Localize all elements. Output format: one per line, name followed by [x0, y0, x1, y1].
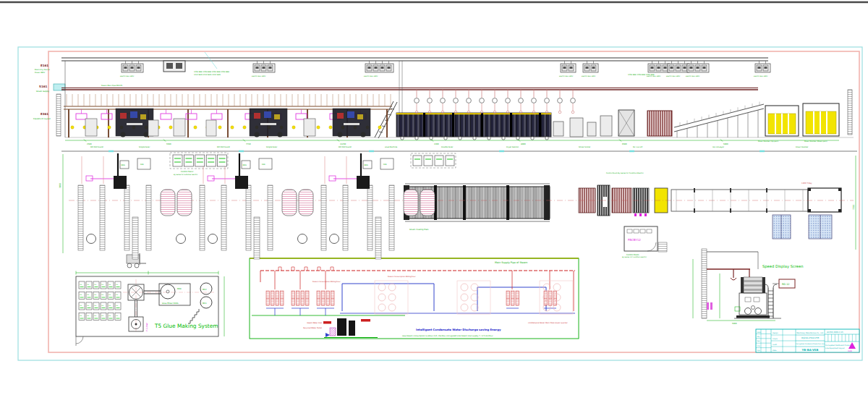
drawing-shape: [375, 281, 408, 314]
drawing-shape: [140, 114, 146, 119]
drawing-shape: [357, 114, 363, 119]
drawing-shape: [367, 185, 373, 250]
tb-desc-1: Corrugated Cardboard Production: [825, 344, 854, 347]
wall-column-right: [848, 90, 852, 135]
drawing-shape: [124, 67, 127, 69]
tb-mid-row: Check: [773, 338, 778, 340]
glue-tank-cell: GL: [108, 292, 114, 300]
steam-drop: [506, 90, 511, 114]
drawing-shape: [130, 111, 137, 118]
drawing-shape: [570, 67, 573, 69]
drawing-shape: [184, 155, 193, 166]
consumption-left: Steam Consumption 800kg/hour: [312, 281, 341, 283]
drawing-shape: [263, 67, 265, 69]
drawing-shape: [592, 67, 595, 69]
tb-left-row: Chk: [757, 345, 761, 347]
dryer-wheel: [488, 137, 490, 140]
electric-box-label: Electric Box 380V: [559, 75, 574, 77]
logo-text: XHW: [848, 350, 853, 352]
cad-drawing: E161 Electricity Source Power 380V S161 …: [0, 0, 868, 403]
yellow-marker: [108, 126, 111, 129]
drawing-shape: [674, 109, 764, 132]
drawing-shape: [553, 284, 561, 291]
single-facer-machine: [116, 109, 153, 137]
drawing-shape: [375, 67, 378, 69]
dryer-wheel: [415, 137, 418, 140]
drawing-shape: [264, 111, 271, 118]
drawing-shape: [317, 291, 320, 305]
tb-company: Machinery Manufacture Co., Ltd.: [796, 332, 824, 334]
tb-desc-2: Line Equipment Layout: [825, 347, 845, 349]
drawing-shape: [268, 185, 273, 250]
electric-box-label: Electric Box 380V: [754, 75, 768, 77]
drawing-shape: [246, 185, 251, 250]
drawing-shape: [765, 67, 767, 69]
section-name: Mill Roll Stand: [90, 146, 103, 148]
drawing-shape: [446, 156, 454, 166]
drawing-shape: [378, 284, 386, 291]
tank2-label: MC1: [203, 302, 207, 305]
dim-text: 7730: [246, 143, 251, 145]
drawing-shape: [254, 217, 260, 259]
drawing-shape: [255, 132, 260, 137]
steam-drop: [441, 90, 446, 114]
drawing-shape: [101, 114, 112, 119]
glue-pan: [161, 109, 171, 119]
drawing-shape: [381, 67, 384, 69]
section-name: Mill Roll Stand: [339, 146, 352, 148]
cyan-dash: [499, 150, 504, 153]
cutoff-machine: [647, 111, 672, 136]
section-name: Dryer Section: [506, 146, 519, 148]
drawing-shape: [404, 190, 418, 216]
exit-conveyor-plan: [671, 188, 841, 212]
faint-machine-outline: [457, 281, 490, 314]
drawing-shape: [461, 294, 468, 301]
steam-label: Steam Supply: [36, 90, 50, 93]
dryer-wheel: [444, 137, 447, 140]
drawing-shape: [208, 176, 214, 181]
hanging-electric-box: Electric Box 380V: [120, 61, 143, 77]
spare-box: [435, 156, 443, 166]
cyan-dash: [760, 150, 765, 153]
drawing-shape: [137, 67, 140, 69]
drawing-shape: [571, 98, 576, 103]
bridge-stair: [375, 101, 397, 138]
drawing-shape: [347, 111, 354, 118]
tb-model: WJ200-2500-V5B: [801, 336, 819, 339]
piping-title: Intelligent Condensate Water Discharge s…: [416, 328, 501, 331]
drawing-shape: [221, 185, 226, 250]
spare-box: [446, 156, 454, 166]
drawing-shape: [131, 67, 134, 69]
piping-footnote: Less Steam Consumption is about 2t/h, th…: [402, 335, 493, 337]
tb-mid-row: Date: [773, 349, 777, 352]
single-facer-machine: [250, 109, 287, 137]
cyan-dash: [369, 150, 374, 153]
drawing-shape: [195, 155, 205, 166]
electric-box-label: Electric Box 380V: [120, 75, 135, 77]
panel-box: [218, 155, 227, 166]
steam-code: S161: [39, 85, 47, 88]
condensate-riser-1: [342, 284, 434, 311]
drawing-shape: [271, 291, 275, 305]
plan-right-dim-text: 7250: [852, 205, 855, 210]
heating-coil-bank: [506, 271, 519, 308]
drawing-shape: [516, 291, 519, 305]
section-name: Single Facer: [139, 146, 150, 148]
glue-tank-cell: GL: [79, 313, 85, 321]
drawing-shape: [278, 132, 283, 137]
drawing-shape: [218, 155, 227, 166]
drawing-shape: [766, 208, 767, 213]
drawing-shape: [301, 291, 305, 305]
consumption-right: Steam Consumption 800kg/hour: [388, 276, 416, 278]
drawing-shape: [467, 98, 472, 103]
steam-note: Steam Main Pipe DN125: [101, 85, 122, 87]
glue-tank-cell: GL: [108, 313, 114, 321]
drawing-shape: [671, 67, 673, 69]
side-view-section: Speed Display Screen RD-12: [693, 249, 804, 325]
fan-label: FAN: [262, 164, 265, 166]
dryer-band: [481, 113, 483, 137]
tag-row-left2: 12X4 BVR 12X4 BVR 12X4 BVR: [194, 74, 221, 76]
cad-canvas: { "colors": { "frame_outer": "#9adedf", …: [0, 0, 868, 403]
water-outlet-label: Recycled Water Outlet: [303, 327, 322, 329]
dryer-wheel: [531, 137, 534, 140]
